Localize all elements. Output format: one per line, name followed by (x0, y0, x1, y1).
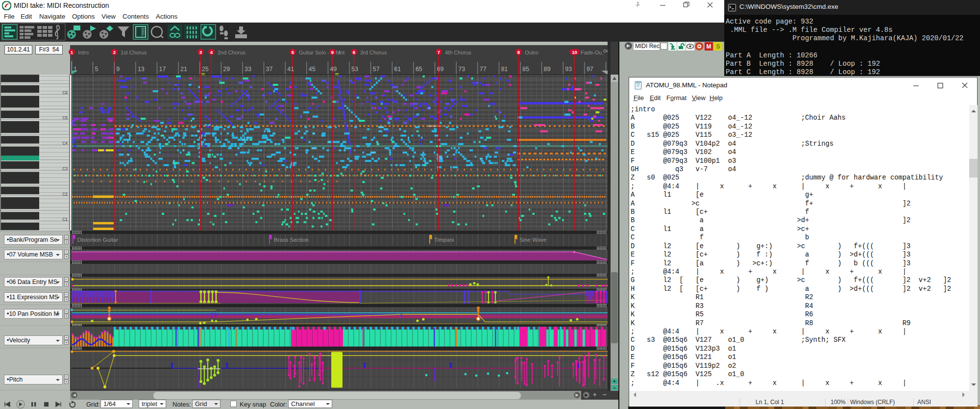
svg-text:3: 3 (199, 50, 202, 55)
svg-text:41: 41 (287, 66, 294, 73)
svg-text:Intro: Intro (78, 50, 89, 55)
svg-text:−: − (613, 385, 615, 390)
svg-text:45: 45 (309, 66, 316, 73)
svg-text:Int: Int (339, 50, 344, 55)
svg-text:25: 25 (202, 66, 209, 73)
svg-text:5: 5 (95, 66, 98, 73)
svg-text:13: 13 (138, 66, 145, 73)
svg-text:81: 81 (501, 66, 508, 73)
svg-text:Sine Wave: Sine Wave (519, 237, 546, 243)
svg-text:C6: C6 (62, 90, 68, 95)
svg-text:1st Chorus: 1st Chorus (121, 50, 147, 55)
svg-text:Brass Section: Brass Section (274, 237, 309, 243)
svg-text:61: 61 (394, 66, 401, 73)
svg-text:69: 69 (437, 66, 444, 73)
svg-text:93: 93 (565, 66, 572, 73)
svg-text:17: 17 (159, 66, 166, 73)
svg-text:Fade-Out: Fade-Out (581, 50, 603, 55)
svg-text:7: 7 (438, 50, 440, 55)
svg-text:77: 77 (480, 66, 487, 73)
svg-text:53: 53 (351, 66, 358, 73)
svg-text:Distortion Guitar: Distortion Guitar (77, 237, 118, 243)
svg-text:S: S (716, 43, 720, 50)
svg-text:9: 9 (331, 50, 334, 55)
svg-text:65: 65 (416, 66, 422, 73)
svg-text:89: 89 (544, 66, 551, 73)
svg-text:C1: C1 (62, 217, 68, 222)
svg-text:85: 85 (522, 66, 529, 73)
svg-text:73: 73 (458, 66, 465, 73)
svg-text:6: 6 (353, 50, 355, 55)
svg-text:9: 9 (116, 66, 120, 73)
svg-text:4: 4 (210, 50, 213, 55)
svg-text:2nd Chorus: 2nd Chorus (218, 50, 245, 55)
svg-text:57: 57 (373, 66, 380, 73)
svg-text:Timpani: Timpani (434, 237, 454, 243)
svg-text:37: 37 (266, 66, 273, 73)
svg-text:33: 33 (245, 66, 251, 73)
svg-text:3rd Chorus: 3rd Chorus (360, 50, 387, 55)
svg-text:+: + (613, 379, 615, 384)
svg-text:2: 2 (113, 50, 116, 55)
svg-text:C2: C2 (62, 192, 68, 197)
svg-text:49: 49 (330, 66, 337, 73)
svg-text:1: 1 (71, 50, 74, 55)
svg-text:1: 1 (74, 66, 77, 73)
svg-text:Outro: Outro (525, 50, 539, 55)
svg-text:4th Chorus: 4th Chorus (445, 50, 471, 55)
svg-text:29: 29 (223, 66, 230, 73)
svg-text:M: M (707, 43, 711, 50)
svg-text:C5: C5 (62, 115, 68, 120)
svg-text:10: 10 (572, 50, 577, 55)
svg-text:C4: C4 (62, 141, 68, 146)
svg-text:97: 97 (587, 66, 593, 73)
svg-text:21: 21 (180, 66, 187, 73)
svg-text:8: 8 (517, 50, 520, 55)
svg-text:5: 5 (292, 50, 294, 55)
svg-text:C3: C3 (62, 166, 68, 171)
